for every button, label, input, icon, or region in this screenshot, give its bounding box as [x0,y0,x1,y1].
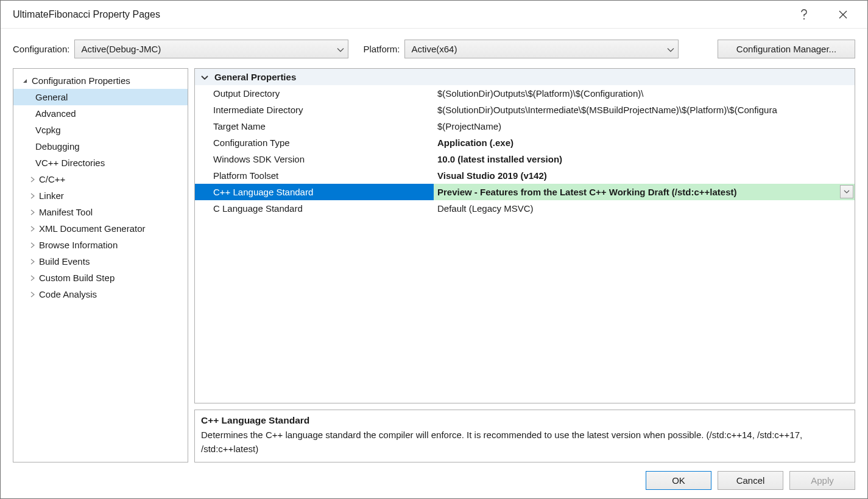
chevron-right-icon [28,274,37,282]
property-grid[interactable]: General Properties Output Directory$(Sol… [194,68,855,403]
tree-item-label: Manifest Tool [39,207,93,217]
property-label: Platform Toolset [195,167,434,184]
platform-combo[interactable]: Active(x64) [404,40,679,58]
tree-item-label: VC++ Directories [35,158,105,168]
chevron-right-icon [28,290,37,299]
dropdown-button[interactable] [840,185,853,198]
titlebar: UltimateFibonacci Property Pages [1,1,867,29]
tree-item-label: Advanced [35,108,76,119]
tree-item[interactable]: Linker [13,187,188,204]
description-panel: C++ Language Standard Determines the C++… [194,410,855,462]
svg-point-0 [803,18,805,19]
property-row[interactable]: Windows SDK Version10.0 (latest installe… [195,151,855,167]
chevron-right-icon [28,175,37,184]
ok-button[interactable]: OK [646,471,711,490]
tree-item-label: Code Analysis [39,289,97,299]
tree-root-item[interactable]: Configuration Properties [13,72,188,89]
help-button[interactable] [791,5,817,24]
chevron-right-icon [28,257,37,266]
property-value[interactable]: $(SolutionDir)Outputs\$(Platform)\$(Conf… [434,85,855,102]
property-row[interactable]: Target Name$(ProjectName) [195,118,855,134]
chevron-down-icon [201,72,208,82]
platform-value: Active(x64) [411,44,457,54]
tree-item[interactable]: Manifest Tool [13,204,188,220]
dialog-buttons: OK Cancel Apply [1,462,867,498]
tree-item[interactable]: VC++ Directories [13,155,188,171]
close-button[interactable] [830,5,856,24]
property-value[interactable]: Application (.exe) [434,134,855,151]
tree-item-label: Custom Build Step [39,273,115,283]
config-platform-row: Configuration: Active(Debug-JMC) Platfor… [1,29,867,68]
property-label: Intermediate Directory [195,102,434,118]
property-row[interactable]: C Language StandardDefault (Legacy MSVC) [195,200,855,217]
tree-item[interactable]: XML Document Generator [13,220,188,237]
property-label: Windows SDK Version [195,151,434,167]
property-label: Output Directory [195,85,434,102]
tree-item[interactable]: C/C++ [13,171,188,187]
property-value[interactable]: $(ProjectName) [434,118,855,134]
tree-item-label: Vcpkg [35,125,61,135]
chevron-down-icon [667,44,674,54]
tree-item-label: Linker [39,190,64,201]
apply-button[interactable]: Apply [789,471,855,490]
property-value[interactable]: $(SolutionDir)Outputs\Intermediate\$(MSB… [434,102,855,118]
tree-item-label: General [35,92,68,102]
property-row[interactable]: Platform ToolsetVisual Studio 2019 (v142… [195,167,855,184]
navigation-tree[interactable]: Configuration Properties GeneralAdvanced… [13,68,188,462]
tree-item[interactable]: General [13,89,188,105]
cancel-button[interactable]: Cancel [718,471,783,490]
property-label: C Language Standard [195,200,434,217]
property-pages-dialog: UltimateFibonacci Property Pages Configu… [0,0,868,499]
tree-item-label: XML Document Generator [39,223,146,234]
tree-item-label: Browse Information [39,240,118,250]
tree-item[interactable]: Code Analysis [13,286,188,302]
tree-item-label: Debugging [35,141,80,152]
tree-item[interactable]: Build Events [13,253,188,270]
property-row[interactable]: C++ Language StandardPreview - Features … [195,184,855,200]
platform-label: Platform: [363,44,400,54]
tree-item[interactable]: Custom Build Step [13,270,188,286]
chevron-right-icon [28,192,37,200]
property-row[interactable]: Intermediate Directory$(SolutionDir)Outp… [195,102,855,118]
property-section-header[interactable]: General Properties [195,69,855,85]
tree-item[interactable]: Debugging [13,138,188,155]
window-title: UltimateFibonacci Property Pages [13,9,791,20]
property-column: General Properties Output Directory$(Sol… [194,68,855,462]
chevron-down-icon [337,44,344,54]
description-title: C++ Language Standard [201,415,849,426]
tree-item[interactable]: Advanced [13,105,188,122]
chevron-right-icon [28,241,37,250]
chevron-down-icon [844,190,850,194]
chevron-right-icon [28,208,37,217]
tree-item-label: Build Events [39,256,90,267]
close-icon [839,10,847,19]
property-label: C++ Language Standard [195,184,434,200]
chevron-down-icon [21,77,29,85]
property-label: Target Name [195,118,434,134]
configuration-value: Active(Debug-JMC) [81,44,161,54]
property-value[interactable]: Preview - Features from the Latest C++ W… [434,184,855,200]
property-row[interactable]: Configuration TypeApplication (.exe) [195,134,855,151]
description-text: Determines the C++ language standard the… [201,428,849,456]
tree-item-label: C/C++ [39,174,65,184]
property-value[interactable]: 10.0 (latest installed version) [434,151,855,167]
configuration-label: Configuration: [13,44,69,54]
tree-item[interactable]: Vcpkg [13,122,188,138]
property-label: Configuration Type [195,134,434,151]
property-value[interactable]: Default (Legacy MSVC) [434,200,855,217]
help-icon [800,9,808,20]
chevron-right-icon [28,225,37,233]
dialog-body: Configuration Properties GeneralAdvanced… [1,68,867,462]
tree-item[interactable]: Browse Information [13,237,188,253]
configuration-manager-button[interactable]: Configuration Manager... [718,40,855,58]
configuration-combo[interactable]: Active(Debug-JMC) [74,40,348,58]
property-value[interactable]: Visual Studio 2019 (v142) [434,167,855,184]
property-row[interactable]: Output Directory$(SolutionDir)Outputs\$(… [195,85,855,102]
